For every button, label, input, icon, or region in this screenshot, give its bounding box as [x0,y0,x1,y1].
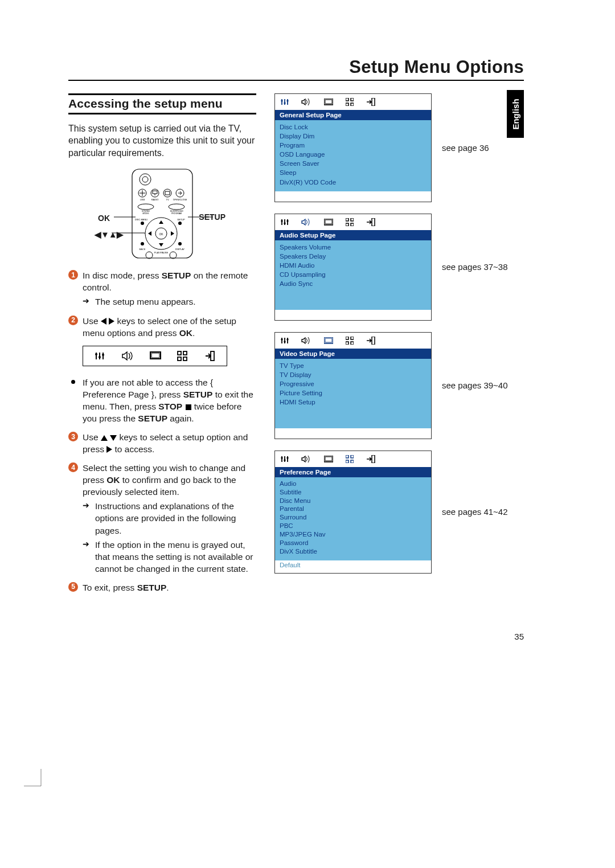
svg-text:MODES: MODES [142,212,149,215]
svg-rect-73 [351,337,354,339]
sliders-icon [281,98,289,106]
menu-item: Speakers Volume [280,243,427,252]
svg-rect-86 [372,455,375,463]
svg-point-69 [286,338,288,340]
remote-arrows-label: ◀▼▲▶ [95,230,123,240]
svg-point-5 [151,189,159,197]
svg-rect-6 [153,191,157,194]
svg-text:OK: OK [159,232,163,236]
svg-rect-53 [351,98,354,101]
step-5: 5 To exit, press SETUP. [68,582,256,593]
menu-item: Progressive [280,379,427,388]
svg-rect-56 [372,98,375,106]
page-title: Setup Menu Options [68,57,524,81]
svg-rect-64 [346,223,348,226]
svg-rect-54 [346,103,348,106]
grid-icon [346,455,354,463]
menu-item: HDMI Audio [280,261,427,270]
step-4: 4 Select the setting you wish to change … [68,462,256,575]
screen-icon [324,99,333,105]
svg-rect-61 [325,220,332,224]
menu-item: Program [280,141,427,150]
grid-icon [177,351,187,361]
see-page-ref: see page 36 [442,142,489,154]
sliders-icon [281,455,289,463]
svg-rect-63 [351,218,354,221]
menu-item: Password [280,539,427,547]
svg-point-49 [286,100,288,101]
menu-item: CD Upsampling [280,270,427,279]
step-num: 1 [68,270,78,280]
step-4-sub2: If the option in the menu is grayed out,… [83,539,256,575]
speaker-icon [301,98,311,106]
svg-rect-85 [351,460,354,463]
menu-item: Audio Sync [280,279,427,288]
svg-marker-25 [159,243,163,247]
step-num: 4 [68,462,78,472]
svg-point-79 [286,457,288,458]
see-page-ref: see pages 41~42 [442,506,508,518]
speaker-icon [121,351,134,361]
svg-point-58 [284,222,285,224]
menu-item: TV Display [280,370,427,379]
menu-item: Display Dim [280,132,427,141]
svg-point-13 [138,204,154,210]
svg-rect-41 [151,353,159,358]
general-setup-menu: General Setup Page Disc Lock Display Dim… [274,93,432,202]
exit-icon [204,351,215,361]
menu-item: TV Type [280,361,427,370]
menu-item: DivX(R) VOD Code [280,178,427,187]
svg-point-39 [102,354,104,356]
menu-item: PBC [280,522,427,530]
see-page-ref: see pages 37~38 [442,261,508,273]
step-num: 3 [68,432,78,441]
grid-icon [346,98,354,106]
screen-icon [150,351,161,361]
screen-icon [324,337,333,344]
svg-text:DISC MENU: DISC MENU [135,218,148,221]
menu-item: Screen Saver [280,159,427,168]
svg-text:RADIO: RADIO [151,198,159,201]
exit-icon [366,218,375,226]
svg-text:PROGRAM: PROGRAM [171,212,182,215]
svg-point-77 [281,457,282,458]
svg-text:SETUP: SETUP [177,218,185,221]
svg-rect-75 [351,342,354,345]
step-num: 5 [68,582,78,592]
svg-text:DISPLAY: DISPLAY [175,248,185,251]
setup-icon-bar [83,346,227,366]
svg-point-29 [178,222,182,225]
menu-item: OSD Language [280,150,427,159]
speaker-icon [301,455,311,463]
preference-menu: Preference Page Audio Subtitle Disc Menu… [274,451,432,574]
speaker-icon [301,337,311,345]
svg-rect-84 [346,460,348,463]
menu-item: Parental [280,505,427,513]
see-page-ref: see pages 39~40 [442,380,508,391]
svg-point-59 [286,220,288,222]
svg-point-2 [142,177,148,182]
svg-rect-45 [183,357,187,361]
exit-icon [366,455,375,463]
svg-rect-42 [178,351,181,355]
exit-icon [366,337,375,345]
menu-item-dimmed: Default [280,562,300,568]
svg-point-38 [99,356,101,358]
svg-point-35 [146,252,153,259]
note-bullet: If you are not able to access the { Pref… [68,376,256,424]
sliders-icon [95,351,105,361]
svg-point-36 [170,252,177,259]
svg-rect-62 [346,218,348,221]
step-3: 3 Use keys to select a setup option and … [68,431,256,455]
svg-rect-44 [178,357,181,361]
menu-header: Audio Setup Page [275,230,431,240]
grid-icon [346,218,354,226]
step-1-result: The setup menu appears. [83,296,256,308]
svg-point-1 [140,174,151,185]
exit-icon [366,98,375,106]
svg-marker-24 [159,220,163,224]
svg-rect-65 [351,223,354,226]
step-num: 2 [68,316,78,325]
sliders-icon [281,337,289,345]
svg-rect-72 [346,337,348,339]
